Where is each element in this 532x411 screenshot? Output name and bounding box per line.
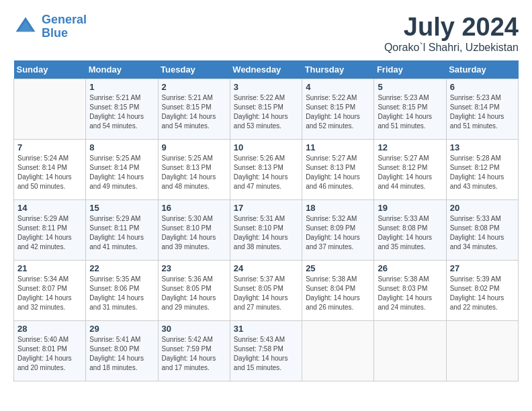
day-info: Sunrise: 5:25 AM Sunset: 8:13 PM Dayligh… xyxy=(162,154,226,191)
page-header: General Blue July 2024 Qorako`l Shahri, … xyxy=(13,13,519,54)
calendar-week-1: 1Sunrise: 5:21 AM Sunset: 8:15 PM Daylig… xyxy=(14,79,519,139)
calendar-cell: 6Sunrise: 5:23 AM Sunset: 8:14 PM Daylig… xyxy=(446,79,518,139)
day-info: Sunrise: 5:33 AM Sunset: 8:08 PM Dayligh… xyxy=(450,214,515,252)
day-info: Sunrise: 5:25 AM Sunset: 8:14 PM Dayligh… xyxy=(89,154,154,191)
day-info: Sunrise: 5:39 AM Sunset: 8:02 PM Dayligh… xyxy=(450,275,515,312)
calendar-cell: 23Sunrise: 5:36 AM Sunset: 8:05 PM Dayli… xyxy=(158,260,230,320)
day-number: 3 xyxy=(234,82,298,92)
calendar-cell: 9Sunrise: 5:25 AM Sunset: 8:13 PM Daylig… xyxy=(158,139,230,199)
day-number: 14 xyxy=(17,203,82,213)
calendar-cell: 25Sunrise: 5:38 AM Sunset: 8:04 PM Dayli… xyxy=(302,260,374,320)
day-info: Sunrise: 5:22 AM Sunset: 8:15 PM Dayligh… xyxy=(306,93,370,131)
day-info: Sunrise: 5:42 AM Sunset: 7:59 PM Dayligh… xyxy=(162,335,226,373)
day-info: Sunrise: 5:37 AM Sunset: 8:05 PM Dayligh… xyxy=(234,275,298,312)
day-info: Sunrise: 5:29 AM Sunset: 8:11 PM Dayligh… xyxy=(89,214,154,252)
header-row: Sunday Monday Tuesday Wednesday Thursday… xyxy=(14,60,519,79)
day-number: 4 xyxy=(306,82,370,92)
day-info: Sunrise: 5:24 AM Sunset: 8:14 PM Dayligh… xyxy=(17,154,82,191)
col-monday: Monday xyxy=(86,60,158,79)
calendar-title: July 2024 xyxy=(384,13,519,42)
calendar-cell: 11Sunrise: 5:27 AM Sunset: 8:13 PM Dayli… xyxy=(302,139,374,199)
calendar-cell: 16Sunrise: 5:30 AM Sunset: 8:10 PM Dayli… xyxy=(158,199,230,260)
day-number: 25 xyxy=(306,263,370,273)
day-info: Sunrise: 5:23 AM Sunset: 8:14 PM Dayligh… xyxy=(450,93,515,131)
logo: General Blue xyxy=(13,13,87,40)
calendar-cell: 7Sunrise: 5:24 AM Sunset: 8:14 PM Daylig… xyxy=(14,139,86,199)
day-number: 2 xyxy=(162,82,226,92)
calendar-cell: 22Sunrise: 5:35 AM Sunset: 8:06 PM Dayli… xyxy=(86,260,158,320)
calendar-cell: 3Sunrise: 5:22 AM Sunset: 8:15 PM Daylig… xyxy=(230,79,302,139)
day-number: 13 xyxy=(450,142,515,152)
day-number: 31 xyxy=(234,324,298,334)
day-number: 10 xyxy=(234,142,298,152)
col-tuesday: Tuesday xyxy=(158,60,230,79)
calendar-body: 1Sunrise: 5:21 AM Sunset: 8:15 PM Daylig… xyxy=(14,79,519,381)
day-info: Sunrise: 5:40 AM Sunset: 8:01 PM Dayligh… xyxy=(17,335,82,373)
day-number: 11 xyxy=(306,142,370,152)
logo-blue: Blue xyxy=(42,26,68,40)
day-number: 15 xyxy=(89,203,154,213)
day-info: Sunrise: 5:29 AM Sunset: 8:11 PM Dayligh… xyxy=(17,214,82,252)
day-number: 21 xyxy=(17,263,82,273)
day-number: 17 xyxy=(234,203,298,213)
day-number: 23 xyxy=(162,263,226,273)
calendar-cell: 24Sunrise: 5:37 AM Sunset: 8:05 PM Dayli… xyxy=(230,260,302,320)
day-number: 6 xyxy=(450,82,515,92)
day-info: Sunrise: 5:27 AM Sunset: 8:13 PM Dayligh… xyxy=(306,154,370,191)
calendar-cell: 30Sunrise: 5:42 AM Sunset: 7:59 PM Dayli… xyxy=(158,320,230,381)
calendar-cell: 27Sunrise: 5:39 AM Sunset: 8:02 PM Dayli… xyxy=(446,260,518,320)
col-sunday: Sunday xyxy=(14,60,86,79)
calendar-week-5: 28Sunrise: 5:40 AM Sunset: 8:01 PM Dayli… xyxy=(14,320,519,381)
col-wednesday: Wednesday xyxy=(230,60,302,79)
day-info: Sunrise: 5:32 AM Sunset: 8:09 PM Dayligh… xyxy=(306,214,370,252)
day-number: 8 xyxy=(89,142,154,152)
day-number: 24 xyxy=(234,263,298,273)
day-number: 9 xyxy=(162,142,226,152)
day-number: 5 xyxy=(378,82,442,92)
day-info: Sunrise: 5:33 AM Sunset: 8:08 PM Dayligh… xyxy=(378,214,442,252)
logo-icon xyxy=(13,15,38,39)
day-info: Sunrise: 5:30 AM Sunset: 8:10 PM Dayligh… xyxy=(162,214,226,252)
calendar-cell: 4Sunrise: 5:22 AM Sunset: 8:15 PM Daylig… xyxy=(302,79,374,139)
calendar-cell: 2Sunrise: 5:21 AM Sunset: 8:15 PM Daylig… xyxy=(158,79,230,139)
calendar-cell: 31Sunrise: 5:43 AM Sunset: 7:58 PM Dayli… xyxy=(230,320,302,381)
calendar-table: Sunday Monday Tuesday Wednesday Thursday… xyxy=(13,60,519,381)
calendar-cell: 15Sunrise: 5:29 AM Sunset: 8:11 PM Dayli… xyxy=(86,199,158,260)
day-number: 1 xyxy=(89,82,154,92)
calendar-cell: 10Sunrise: 5:26 AM Sunset: 8:13 PM Dayli… xyxy=(230,139,302,199)
col-thursday: Thursday xyxy=(302,60,374,79)
day-number: 16 xyxy=(162,203,226,213)
day-number: 27 xyxy=(450,263,515,273)
calendar-cell: 8Sunrise: 5:25 AM Sunset: 8:14 PM Daylig… xyxy=(86,139,158,199)
day-info: Sunrise: 5:34 AM Sunset: 8:07 PM Dayligh… xyxy=(17,275,82,312)
calendar-cell: 12Sunrise: 5:27 AM Sunset: 8:12 PM Dayli… xyxy=(374,139,446,199)
calendar-cell: 29Sunrise: 5:41 AM Sunset: 8:00 PM Dayli… xyxy=(86,320,158,381)
day-info: Sunrise: 5:31 AM Sunset: 8:10 PM Dayligh… xyxy=(234,214,298,252)
day-number: 7 xyxy=(17,142,82,152)
day-info: Sunrise: 5:41 AM Sunset: 8:00 PM Dayligh… xyxy=(89,335,154,373)
day-info: Sunrise: 5:23 AM Sunset: 8:15 PM Dayligh… xyxy=(378,93,442,131)
day-info: Sunrise: 5:43 AM Sunset: 7:58 PM Dayligh… xyxy=(234,335,298,373)
calendar-cell xyxy=(302,320,374,381)
calendar-cell: 5Sunrise: 5:23 AM Sunset: 8:15 PM Daylig… xyxy=(374,79,446,139)
logo-text: General Blue xyxy=(42,13,87,40)
day-number: 29 xyxy=(89,324,154,334)
calendar-cell: 21Sunrise: 5:34 AM Sunset: 8:07 PM Dayli… xyxy=(14,260,86,320)
calendar-week-3: 14Sunrise: 5:29 AM Sunset: 8:11 PM Dayli… xyxy=(14,199,519,260)
day-info: Sunrise: 5:28 AM Sunset: 8:12 PM Dayligh… xyxy=(450,154,515,191)
calendar-cell: 1Sunrise: 5:21 AM Sunset: 8:15 PM Daylig… xyxy=(86,79,158,139)
day-number: 12 xyxy=(378,142,442,152)
day-info: Sunrise: 5:22 AM Sunset: 8:15 PM Dayligh… xyxy=(234,93,298,131)
calendar-cell: 19Sunrise: 5:33 AM Sunset: 8:08 PM Dayli… xyxy=(374,199,446,260)
day-number: 30 xyxy=(162,324,226,334)
title-area: July 2024 Qorako`l Shahri, Uzbekistan xyxy=(384,13,519,54)
day-info: Sunrise: 5:38 AM Sunset: 8:03 PM Dayligh… xyxy=(378,275,442,312)
calendar-week-2: 7Sunrise: 5:24 AM Sunset: 8:14 PM Daylig… xyxy=(14,139,519,199)
calendar-cell xyxy=(374,320,446,381)
calendar-location: Qorako`l Shahri, Uzbekistan xyxy=(384,42,519,54)
calendar-cell: 20Sunrise: 5:33 AM Sunset: 8:08 PM Dayli… xyxy=(446,199,518,260)
calendar-cell: 18Sunrise: 5:32 AM Sunset: 8:09 PM Dayli… xyxy=(302,199,374,260)
calendar-cell xyxy=(14,79,86,139)
logo-general: General xyxy=(42,13,87,26)
calendar-cell: 28Sunrise: 5:40 AM Sunset: 8:01 PM Dayli… xyxy=(14,320,86,381)
